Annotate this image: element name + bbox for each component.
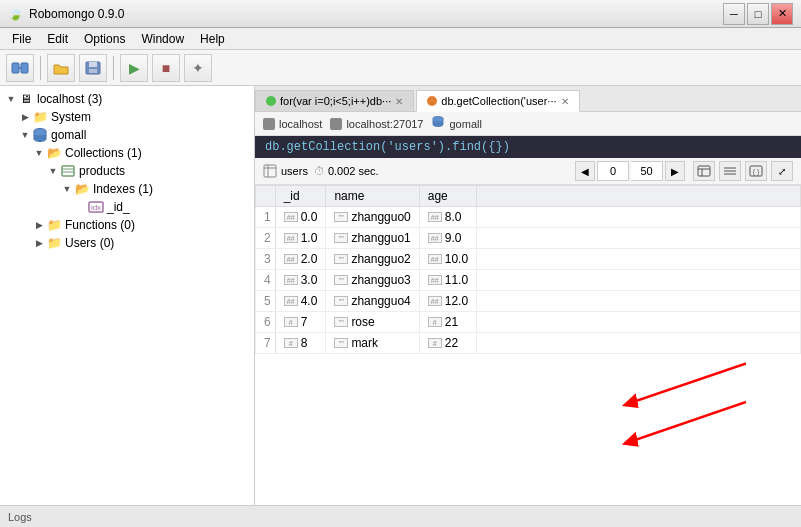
refresh-button[interactable]: ✦ [184,54,212,82]
cell-name-value: rose [351,315,374,329]
cell-type-icon-age: ## [428,212,442,222]
sidebar-item-localhost[interactable]: ▼ 🖥 localhost (3) [0,90,254,108]
folder-icon-system: 📁 [32,109,48,125]
command-bar: db.getCollection('users').find({}) [255,136,801,158]
cell-id: # 7 [275,312,326,333]
cell-empty [477,207,801,228]
sidebar-item-system[interactable]: ▶ 📁 System [0,108,254,126]
cell-type-icon-name: "" [334,254,348,264]
tab-label-1: db.getCollection('user··· [441,95,556,107]
cell-type-icon-id: ## [284,296,298,306]
save-button[interactable] [79,54,107,82]
minimize-button[interactable]: ─ [723,3,745,25]
expand-arrow-system: ▶ [18,112,32,122]
sidebar-item-functions[interactable]: ▶ 📁 Functions (0) [0,216,254,234]
cell-age: ## 8.0 [419,207,476,228]
open-button[interactable] [47,54,75,82]
cell-name: "" zhangguo3 [326,270,419,291]
cell-empty [477,270,801,291]
row-num: 7 [256,333,276,354]
tabs-bar: for(var i=0;i<5;i++)db··· ✕ db.getCollec… [255,86,801,112]
sidebar-item-users[interactable]: ▶ 📁 Users (0) [0,234,254,252]
sidebar-item-collections[interactable]: ▼ 📂 Collections (1) [0,144,254,162]
cell-name: "" zhangguo1 [326,228,419,249]
sidebar-item-indexes[interactable]: ▼ 📂 Indexes (1) [0,180,254,198]
next-page-button[interactable]: ▶ [665,161,685,181]
menu-file[interactable]: File [4,30,39,48]
close-button[interactable]: ✕ [771,3,793,25]
cell-id: ## 3.0 [275,270,326,291]
connect-button[interactable] [6,54,34,82]
cell-empty [477,228,801,249]
expand-arrow-localhost: ▼ [4,94,18,104]
cell-age: ## 10.0 [419,249,476,270]
cell-name-value: zhangguo0 [351,210,410,224]
table-row: 2 ## 1.0 "" zhangguo1 ## 9.0 [256,228,801,249]
tab-close-0[interactable]: ✕ [395,96,403,107]
indexes-label: Indexes (1) [93,182,153,196]
cell-age-value: 21 [445,315,458,329]
toolbar: ▶ ■ ✦ [0,50,801,86]
row-num: 3 [256,249,276,270]
cell-empty [477,249,801,270]
cell-age: ## 12.0 [419,291,476,312]
cell-type-icon-id: ## [284,233,298,243]
col-rownum [256,186,276,207]
page-current-input[interactable]: 0 [597,161,629,181]
cell-id-value: 2.0 [301,252,318,266]
view-list-button[interactable] [719,161,741,181]
results-nav: ◀ 0 50 ▶ { } ⤢ [575,161,793,181]
sidebar-item-products[interactable]: ▼ products [0,162,254,180]
prev-page-button[interactable]: ◀ [575,161,595,181]
cell-name: "" zhangguo2 [326,249,419,270]
tab-close-1[interactable]: ✕ [561,96,569,107]
titlebar-left: 🍃 Robomongo 0.9.0 [8,7,124,21]
cell-age-value: 8.0 [445,210,462,224]
titlebar: 🍃 Robomongo 0.9.0 ─ □ ✕ [0,0,801,28]
maximize-button[interactable]: □ [747,3,769,25]
stop-button[interactable]: ■ [152,54,180,82]
cell-name-value: zhangguo1 [351,231,410,245]
run-button[interactable]: ▶ [120,54,148,82]
view-expand-button[interactable]: { } [745,161,767,181]
folder-icon-indexes: 📂 [74,181,90,197]
titlebar-controls: ─ □ ✕ [723,3,793,25]
menu-window[interactable]: Window [133,30,192,48]
menu-options[interactable]: Options [76,30,133,48]
collection-icon-products [60,163,76,179]
expand-arrow-products: ▼ [46,166,60,176]
svg-line-24 [626,363,746,404]
view-full-button[interactable]: ⤢ [771,161,793,181]
cell-age-value: 12.0 [445,294,468,308]
db-icon [431,116,445,131]
monitor-icon: 🖥 [18,91,34,107]
tab-0[interactable]: for(var i=0;i<5;i++)db··· ✕ [255,90,414,111]
query-db: gomall [449,118,481,130]
cell-id: ## 4.0 [275,291,326,312]
cell-name-value: zhangguo3 [351,273,410,287]
tab-label-0: for(var i=0;i<5;i++)db··· [280,95,391,107]
tab-1[interactable]: db.getCollection('user··· ✕ [416,90,579,112]
sidebar-item-id-index[interactable]: ▶ idx _id_ [0,198,254,216]
table-row: 3 ## 2.0 "" zhangguo2 ## 10.0 [256,249,801,270]
cell-type-icon-name: "" [334,317,348,327]
cell-id: ## 0.0 [275,207,326,228]
results-collection: users [281,165,308,177]
table-icon [263,164,277,178]
statusbar-label: Logs [8,511,32,523]
sidebar-item-gomall[interactable]: ▼ gomall [0,126,254,144]
page-size-input[interactable]: 50 [631,161,663,181]
app-title: Robomongo 0.9.0 [29,7,124,21]
results-time: 0.002 sec. [328,165,379,177]
cell-age: # 21 [419,312,476,333]
main-layout: ▼ 🖥 localhost (3) ▶ 📁 System ▼ gomall ▼ … [0,86,801,505]
cell-type-icon-name: "" [334,338,348,348]
col-id: _id [275,186,326,207]
sidebar: ▼ 🖥 localhost (3) ▶ 📁 System ▼ gomall ▼ … [0,86,255,505]
menu-help[interactable]: Help [192,30,233,48]
view-table-button[interactable] [693,161,715,181]
svg-rect-5 [89,69,97,73]
menu-edit[interactable]: Edit [39,30,76,48]
folder-icon-functions: 📁 [46,217,62,233]
cell-type-icon-age: ## [428,296,442,306]
